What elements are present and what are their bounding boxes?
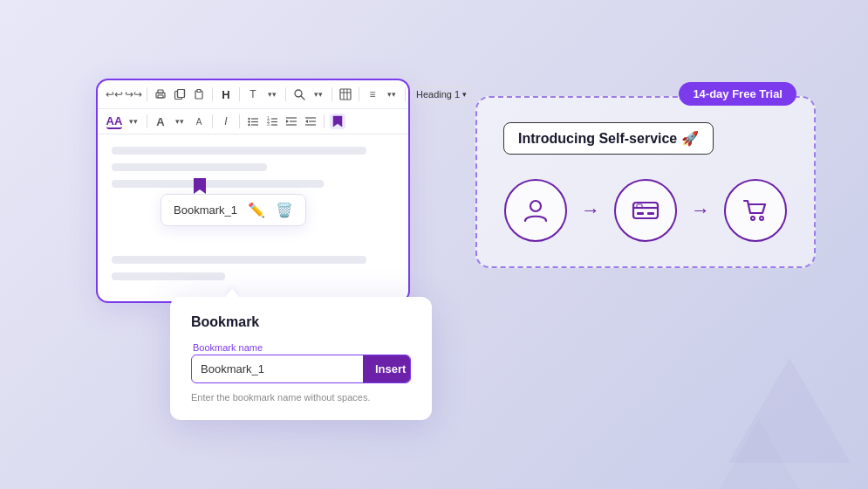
svg-point-14 xyxy=(248,118,249,120)
flow-icon-card xyxy=(614,179,677,242)
bg-decoration-2 xyxy=(720,419,798,489)
heading-select-label: Heading 1 xyxy=(416,89,460,100)
svg-rect-2 xyxy=(158,95,163,98)
bookmark-popup: Bookmark_1 ✏️ 🗑️ xyxy=(161,194,306,226)
separator-4 xyxy=(285,87,286,101)
separator-10 xyxy=(239,114,240,128)
svg-point-32 xyxy=(530,201,541,211)
flow-arrow-1: → xyxy=(581,199,600,222)
print-icon[interactable] xyxy=(153,86,168,102)
heading-select[interactable]: Heading 1 ▾ xyxy=(411,86,472,102)
bookmark-input-label: Bookmark name xyxy=(191,342,411,353)
bookmark-popup-name: Bookmark_1 xyxy=(174,203,237,217)
search-icon[interactable] xyxy=(291,86,307,102)
svg-line-9 xyxy=(301,96,304,100)
svg-rect-7 xyxy=(197,90,201,93)
content-line-3 xyxy=(112,180,324,188)
redo-icon[interactable]: ↪ xyxy=(126,86,141,102)
editor-panel: ↩ ↪ H T ▾ xyxy=(96,79,410,303)
flow-arrow-2: → xyxy=(691,199,710,222)
text-format-chevron[interactable]: ▾ xyxy=(264,86,280,102)
table-icon[interactable] xyxy=(338,86,353,102)
content-line-2 xyxy=(112,163,267,171)
font-color-icon[interactable]: A xyxy=(106,114,122,129)
italic-icon[interactable]: I xyxy=(218,114,234,129)
separator-2 xyxy=(212,87,213,101)
heading-icon[interactable]: H xyxy=(218,86,234,102)
separator-5 xyxy=(331,87,332,101)
separator-6 xyxy=(359,87,359,101)
svg-point-39 xyxy=(760,217,763,220)
separator-8 xyxy=(147,114,147,128)
heading-select-chevron: ▾ xyxy=(462,90,467,99)
text-format-icon[interactable]: T xyxy=(245,86,261,102)
bookmark-name-input[interactable] xyxy=(192,355,356,382)
toolbar-row1: ↩ ↪ H T ▾ xyxy=(98,80,408,109)
copy-icon[interactable] xyxy=(172,86,188,102)
flow-icon-person xyxy=(504,179,567,242)
outdent-icon[interactable] xyxy=(303,114,318,129)
separator-1 xyxy=(147,87,147,101)
self-service-title: Introducing Self-service 🚀 xyxy=(503,122,714,155)
trial-badge: 14-day Free Trial xyxy=(679,82,796,106)
bookmark-dialog: Bookmark Bookmark name Insert Enter the … xyxy=(170,297,432,420)
flow-icon-cart xyxy=(724,179,787,242)
separator-11 xyxy=(324,114,325,128)
svg-point-38 xyxy=(751,217,755,220)
bookmark-hint-text: Enter the bookmark name without spaces. xyxy=(191,392,411,403)
indent-icon[interactable] xyxy=(284,114,299,129)
bullet-list-icon[interactable] xyxy=(245,114,261,129)
search-chevron[interactable]: ▾ xyxy=(311,86,326,102)
undo-icon[interactable]: ↩ xyxy=(106,86,122,102)
bookmark-edit-icon[interactable]: ✏️ xyxy=(248,202,265,218)
dialog-arrow xyxy=(225,288,239,297)
self-service-title-text: Introducing Self-service 🚀 xyxy=(518,130,699,147)
font-size-chevron[interactable]: ▾ xyxy=(172,114,188,129)
bookmark-insert-button[interactable]: Insert xyxy=(363,355,411,382)
svg-rect-10 xyxy=(340,89,351,100)
svg-rect-35 xyxy=(637,212,644,215)
bookmark-icon xyxy=(192,176,208,196)
content-line-4 xyxy=(112,256,366,264)
bookmark-delete-icon[interactable]: 🗑️ xyxy=(276,202,293,218)
editor-content: Bookmark_1 ✏️ 🗑️ xyxy=(98,134,408,301)
font-size-up-icon[interactable]: A xyxy=(153,114,168,129)
separator-7 xyxy=(405,87,406,101)
more-icon[interactable]: ≡ xyxy=(365,86,380,102)
bookmark-input-row: Insert xyxy=(191,355,411,383)
svg-rect-36 xyxy=(647,212,654,215)
content-line-5 xyxy=(112,272,225,280)
bookmark-dialog-title: Bookmark xyxy=(191,314,411,330)
right-panel: 14-day Free Trial Introducing Self-servi… xyxy=(475,96,816,268)
toolbar-row2: A ▾ A ▾ A I 1. 2. 3. xyxy=(98,109,408,134)
font-size-small-icon[interactable]: A xyxy=(191,114,207,129)
content-line-1 xyxy=(112,147,366,155)
font-color-chevron[interactable]: ▾ xyxy=(126,114,141,129)
paste-icon[interactable] xyxy=(191,86,207,102)
bookmark-toolbar-icon[interactable] xyxy=(330,114,345,129)
svg-rect-1 xyxy=(158,90,163,93)
more-chevron[interactable]: ▾ xyxy=(384,86,400,102)
separator-9 xyxy=(212,114,213,128)
svg-point-16 xyxy=(248,121,249,122)
flow-icons-container: → → xyxy=(503,179,788,242)
numbered-list-icon[interactable]: 1. 2. 3. xyxy=(264,114,280,129)
separator-3 xyxy=(239,87,240,101)
svg-text:3.: 3. xyxy=(267,121,270,127)
svg-point-18 xyxy=(248,124,249,126)
svg-rect-4 xyxy=(178,90,185,98)
